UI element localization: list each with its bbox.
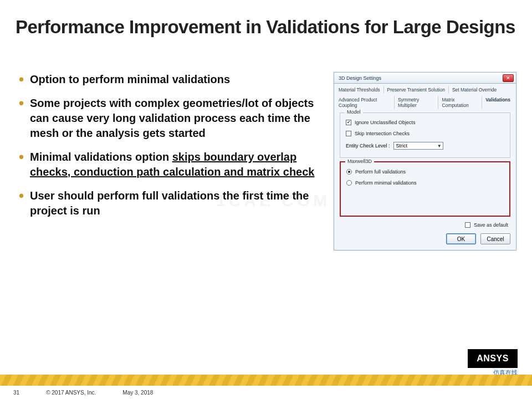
dialog-titlebar: 3D Design Settings ✕: [334, 73, 516, 84]
ansys-logo: ANSYS: [468, 349, 518, 368]
slide-date: May 3, 2018: [122, 390, 153, 396]
model-group: Model Ignore Unclassified Objects Skip I…: [340, 112, 510, 158]
ignore-unclassified-label: Ignore Unclassified Objects: [355, 120, 416, 125]
gold-band: [0, 375, 532, 386]
skip-intersection-label: Skip Intersection Checks: [355, 131, 410, 136]
checkbox-icon[interactable]: [346, 131, 351, 136]
model-group-legend: Model: [345, 109, 363, 115]
checkbox-icon[interactable]: [346, 120, 351, 125]
slide-title: Performance Improvement in Validations f…: [0, 0, 532, 44]
maxwell3d-group: Maxwell3D Perform full validations Perfo…: [340, 161, 510, 217]
tab-preserve-transient[interactable]: Preserve Transient Solution: [383, 86, 446, 94]
tab-symmetry-multiplier[interactable]: Symmetry Multiplier: [394, 96, 436, 109]
perform-minimal-label: Perform minimal validations: [355, 180, 417, 186]
tabs-row-1: Material Thresholds Preserve Transient S…: [334, 84, 516, 94]
page-number: 31: [13, 390, 19, 396]
save-default-check[interactable]: Save as default: [465, 222, 508, 228]
entity-check-value: Strict: [396, 143, 408, 149]
perform-minimal-row[interactable]: Perform minimal validations: [346, 180, 504, 186]
tab-matrix-computation[interactable]: Matrix Computation: [438, 96, 479, 109]
bullet-list: Option to perform minimal validations So…: [16, 72, 318, 250]
dialog-button-row: OK Cancel: [334, 230, 516, 250]
save-default-row: Save as default: [334, 220, 516, 230]
close-icon[interactable]: ✕: [503, 74, 514, 82]
perform-full-label: Perform full validations: [355, 169, 406, 175]
footer-row: 31 © 2017 ANSYS, Inc. May 3, 2018: [0, 386, 532, 399]
bullet-4: User should perform full validations the…: [16, 188, 318, 218]
bullet-2: Some projects with complex geometries/lo…: [16, 96, 318, 141]
chevron-down-icon: ▼: [437, 144, 442, 149]
tabs-row-2: Advanced Product Coupling Symmetry Multi…: [334, 94, 516, 109]
radio-icon[interactable]: [346, 180, 352, 186]
entity-check-dropdown[interactable]: Strict ▼: [393, 142, 443, 150]
tab-material-thresholds[interactable]: Material Thresholds: [339, 86, 381, 94]
bullet-3: Minimal validations option skips boundar…: [16, 150, 318, 180]
footer: 31 © 2017 ANSYS, Inc. May 3, 2018: [0, 375, 532, 399]
tab-advanced-coupling[interactable]: Advanced Product Coupling: [339, 96, 392, 109]
dialog-title: 3D Design Settings: [339, 75, 381, 81]
entity-check-row: Entity Check Level : Strict ▼: [346, 142, 504, 150]
entity-check-label: Entity Check Level :: [346, 143, 390, 149]
tab-validations[interactable]: Validations: [482, 96, 511, 109]
ignore-unclassified-row[interactable]: Ignore Unclassified Objects: [346, 120, 504, 125]
perform-full-row[interactable]: Perform full validations: [346, 169, 504, 175]
content-row: Option to perform minimal validations So…: [0, 44, 532, 250]
copyright: © 2017 ANSYS, Inc.: [46, 390, 96, 396]
ok-button[interactable]: OK: [446, 233, 476, 244]
save-default-label: Save as default: [474, 222, 508, 228]
skip-intersection-row[interactable]: Skip Intersection Checks: [346, 131, 504, 136]
radio-icon[interactable]: [346, 169, 352, 175]
design-settings-dialog: 3D Design Settings ✕ Material Thresholds…: [334, 72, 516, 250]
bullet-3-plain: Minimal validations option: [30, 151, 172, 163]
cancel-button[interactable]: Cancel: [480, 233, 510, 244]
bullet-1: Option to perform minimal validations: [16, 72, 318, 87]
maxwell3d-group-legend: Maxwell3D: [345, 158, 374, 164]
checkbox-icon[interactable]: [465, 222, 470, 228]
tab-set-material-override[interactable]: Set Material Override: [448, 86, 498, 94]
